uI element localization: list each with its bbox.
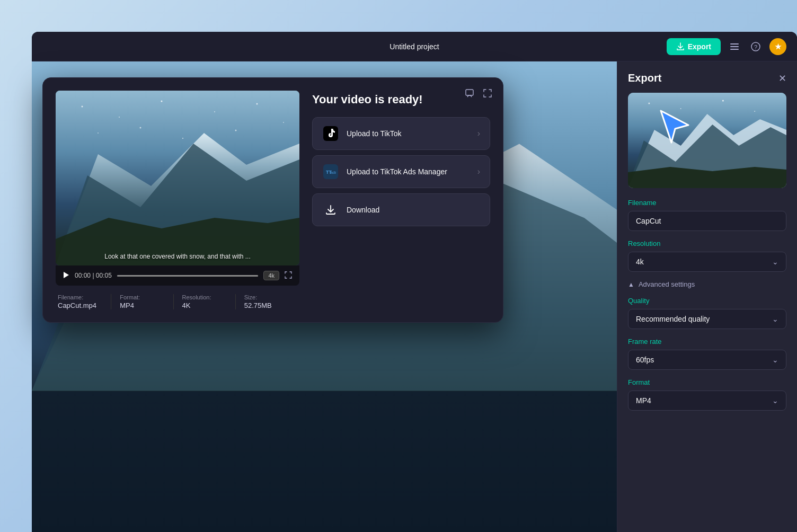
expand-icon	[483, 88, 492, 98]
export-panel-title: Export	[628, 72, 661, 84]
svg-marker-23	[64, 272, 69, 278]
quality-field-label: Quality	[628, 297, 786, 305]
format-field-group: Format MP4 ⌄	[617, 378, 797, 411]
feedback-icon-button[interactable]	[463, 86, 476, 102]
resolution-info: Resolution: 4K	[173, 294, 235, 309]
fullscreen-button[interactable]	[285, 271, 292, 280]
advanced-settings-label: Advanced settings	[639, 280, 695, 288]
frame-rate-field-group: Frame rate 60fps ⌄	[617, 338, 797, 370]
size-info: Size: 52.75MB	[235, 294, 297, 309]
video-mountain-bg: Look at that one covered with snow, and …	[56, 91, 299, 265]
format-dropdown-value: MP4	[636, 396, 651, 405]
project-title: Untitled project	[389, 42, 439, 51]
export-panel: Export ✕	[617, 61, 797, 532]
filename-field-label: Filename	[628, 199, 786, 207]
frame-rate-chevron-icon: ⌄	[772, 356, 778, 364]
export-dialog: Look at that one covered with snow, and …	[42, 77, 503, 323]
format-dropdown[interactable]: MP4 ⌄	[628, 391, 786, 411]
svg-text:ads: ads	[331, 171, 336, 174]
svg-rect-0	[730, 43, 739, 45]
user-avatar-button[interactable]: ★	[769, 38, 786, 55]
quality-dropdown[interactable]: Recommended quality ⌄	[628, 309, 786, 329]
resolution-dropdown-value: 4k	[636, 258, 644, 266]
panel-thumbnail-svg	[628, 93, 786, 188]
play-button[interactable]	[63, 271, 69, 280]
filename-field-group: Filename	[617, 199, 797, 231]
progress-bar[interactable]	[117, 275, 259, 277]
play-icon	[63, 271, 69, 279]
video-preview-section: Look at that one covered with snow, and …	[56, 91, 299, 309]
svg-point-13	[214, 111, 215, 112]
advanced-settings-toggle[interactable]: ▲ Advanced settings	[617, 280, 797, 288]
export-button[interactable]: Export	[667, 38, 721, 55]
resolution-dropdown[interactable]: 4k ⌄	[628, 252, 786, 272]
panel-thumbnail	[628, 93, 786, 188]
help-icon-button[interactable]: ?	[748, 39, 763, 54]
filename-label: Filename:	[58, 294, 102, 300]
top-bar-right: Export ? ★	[667, 38, 786, 55]
tiktok-ads-svg: TT ads	[325, 167, 336, 176]
avatar-initial: ★	[775, 42, 782, 51]
download-label: Download	[347, 206, 473, 214]
resolution-chevron-icon: ⌄	[772, 258, 778, 266]
quality-field-group: Quality Recommended quality ⌄	[617, 297, 797, 329]
quality-badge: 4k	[263, 271, 279, 280]
main-content: Look at that one covered with snow, and …	[32, 61, 797, 532]
progress-fill	[117, 275, 259, 277]
tiktok-svg	[326, 129, 335, 138]
svg-text:?: ?	[754, 44, 757, 50]
upload-tiktok-ads-label: Upload to TikTok Ads Manager	[347, 167, 470, 176]
resolution-field-label: Resolution	[628, 240, 786, 247]
svg-point-17	[140, 127, 141, 129]
download-button[interactable]: Download	[312, 193, 490, 226]
svg-rect-8	[466, 90, 473, 95]
svg-point-14	[256, 103, 258, 105]
svg-point-28	[680, 108, 681, 109]
dialog-top-icons	[463, 86, 494, 102]
tiktok-arrow-icon: ›	[477, 129, 480, 138]
download-icon-wrapper	[322, 201, 339, 218]
quality-chevron-icon: ⌄	[772, 315, 778, 323]
svg-point-29	[722, 100, 724, 102]
tiktok-icon	[322, 125, 339, 142]
export-panel-header: Export ✕	[617, 61, 797, 93]
upload-tiktok-button[interactable]: Upload to TikTok ›	[312, 117, 490, 150]
svg-point-15	[283, 122, 284, 123]
video-subtitle: Look at that one covered with snow, and …	[56, 253, 299, 260]
format-info: Format: MP4	[111, 294, 173, 309]
size-value: 52.75MB	[244, 302, 289, 309]
svg-rect-1	[730, 46, 739, 47]
download-icon	[325, 204, 336, 216]
tiktok-ads-logo: TT ads	[323, 164, 338, 179]
format-field-label: Format	[628, 378, 786, 386]
fullscreen-dialog-button[interactable]	[481, 86, 494, 102]
format-label: Format:	[120, 294, 164, 300]
svg-rect-2	[730, 49, 739, 50]
svg-point-12	[161, 101, 163, 102]
svg-point-16	[98, 132, 99, 134]
filename-input[interactable]	[628, 211, 786, 231]
tiktok-ads-arrow-icon: ›	[477, 167, 480, 176]
menu-icon-button[interactable]	[727, 39, 742, 54]
tiktok-logo	[323, 126, 338, 141]
svg-point-18	[182, 138, 183, 139]
video-mountain-svg	[56, 91, 299, 265]
resolution-field-group: Resolution 4k ⌄	[617, 240, 797, 272]
frame-rate-dropdown[interactable]: 60fps ⌄	[628, 350, 786, 370]
help-circle-icon: ?	[750, 41, 761, 52]
video-screen: Look at that one covered with snow, and …	[56, 91, 299, 265]
feedback-icon	[465, 88, 474, 98]
frame-rate-dropdown-value: 60fps	[636, 356, 654, 364]
filename-value: CapCut.mp4	[58, 302, 102, 309]
top-bar: Untitled project Export ?	[32, 32, 797, 61]
close-panel-button[interactable]: ✕	[778, 73, 786, 84]
fullscreen-icon	[285, 271, 292, 279]
resolution-value: 4K	[182, 302, 227, 309]
svg-point-30	[754, 111, 755, 112]
quality-dropdown-value: Recommended quality	[636, 315, 710, 323]
export-options-section: Your video is ready! Upload to TikTok ›	[312, 91, 490, 309]
resolution-label: Resolution:	[182, 294, 227, 300]
dialog-body: Look at that one covered with snow, and …	[56, 91, 490, 309]
svg-point-27	[648, 103, 650, 104]
upload-tiktok-ads-button[interactable]: TT ads Upload to TikTok Ads Manager ›	[312, 155, 490, 188]
